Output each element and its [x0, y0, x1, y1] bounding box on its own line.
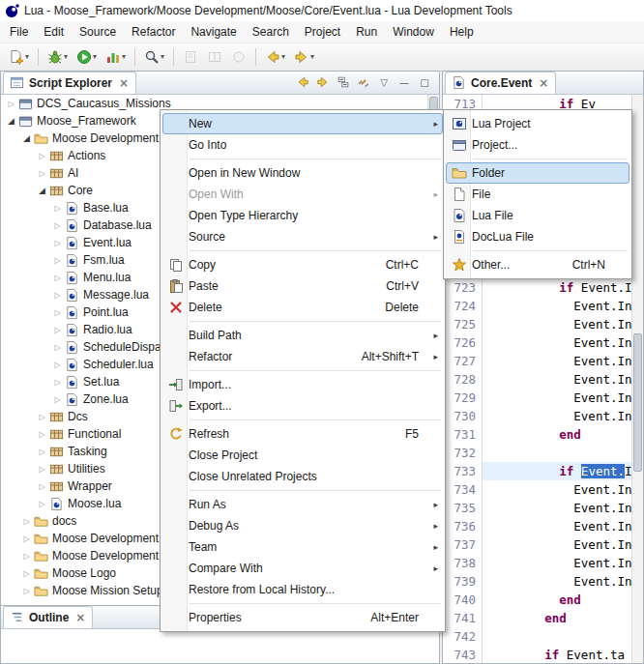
expand-arrow-icon[interactable]: ▷ — [20, 517, 33, 526]
context-menu-item-build-path[interactable]: Build Path▸ — [162, 325, 443, 346]
editor-scrollbar[interactable] — [631, 95, 643, 663]
code-line[interactable]: 735 Event.IniDCSGroup = Event.IniDCSUnit… — [443, 499, 632, 517]
menu-edit[interactable]: Edit — [36, 22, 72, 42]
menu-refactor[interactable]: Refactor — [124, 22, 183, 42]
context-menu-item-new[interactable]: New▸ — [162, 113, 443, 134]
context-menu-item-import[interactable]: Import... — [162, 374, 443, 395]
expand-arrow-icon[interactable]: ▷ — [36, 413, 48, 421]
expand-arrow-icon[interactable]: ▷ — [5, 100, 17, 108]
menu-file[interactable]: File — [2, 22, 36, 42]
context-menu-item-run-as[interactable]: Run As▸ — [162, 494, 443, 515]
menu-run[interactable]: Run — [348, 22, 385, 42]
expand-arrow-icon[interactable]: ▷ — [36, 447, 48, 456]
context-menu-item-copy[interactable]: CopyCtrl+C — [162, 254, 443, 275]
context-menu-item-compare-with[interactable]: Compare With▸ — [162, 558, 443, 579]
expand-arrow-icon[interactable]: ▷ — [51, 256, 64, 265]
expand-arrow-icon[interactable]: ▷ — [51, 308, 64, 317]
close-icon[interactable]: × — [119, 76, 129, 90]
context-menu-item-close-unrelated-projects[interactable]: Close Unrelated Projects — [162, 466, 443, 487]
context-menu-item-export[interactable]: Export... — [162, 395, 443, 417]
expand-arrow-icon[interactable]: ▷ — [51, 239, 64, 247]
new-submenu-item-project[interactable]: Project... — [446, 134, 629, 156]
new-submenu-item-file[interactable]: File — [446, 184, 629, 205]
context-menu-item-debug-as[interactable]: Debug As▸ — [162, 515, 443, 536]
close-icon[interactable]: × — [539, 76, 548, 90]
menu-source[interactable]: Source — [72, 22, 124, 42]
link-with-editor-icon[interactable] — [355, 73, 372, 91]
tab-script-explorer[interactable]: Script Explorer × — [3, 72, 136, 94]
menu-search[interactable]: Search — [245, 22, 297, 42]
context-menu-item-restore-from-local-history[interactable]: Restore from Local History... — [162, 579, 443, 600]
context-menu-item-source[interactable]: Source▸ — [162, 226, 443, 247]
dropdown-caret-icon[interactable]: ▾ — [93, 53, 97, 61]
forward-button[interactable]: ▾ — [290, 45, 318, 69]
view-menu-icon[interactable]: ▽ — [375, 73, 393, 91]
collapse-arrow-icon[interactable]: ◢ — [36, 186, 48, 195]
code-line[interactable]: 743 if Event.ta — [443, 646, 632, 663]
context-menu-item-delete[interactable]: DeleteDelete — [162, 297, 443, 318]
menu-project[interactable]: Project — [297, 22, 348, 42]
context-menu-item-team[interactable]: Team▸ — [162, 536, 443, 558]
expand-arrow-icon[interactable]: ▷ — [51, 326, 64, 334]
context-menu-item-refresh[interactable]: RefreshF5 — [162, 423, 443, 445]
context-menu-item-open-type-hierarchy[interactable]: Open Type Hierarchy — [162, 205, 443, 226]
expand-arrow-icon[interactable]: ▷ — [51, 378, 64, 387]
expand-arrow-icon[interactable]: ▷ — [51, 274, 64, 282]
expand-arrow-icon[interactable]: ▷ — [20, 587, 33, 595]
back-button[interactable]: ▾ — [261, 45, 289, 69]
context-menu-item-properties[interactable]: PropertiesAlt+Enter — [162, 607, 443, 628]
menu-window[interactable]: Window — [385, 22, 442, 42]
code-line[interactable]: 731 end — [443, 425, 632, 444]
code-line[interactable]: 737 Event.IniUnitName = Event.IniDCSUnit… — [443, 535, 632, 554]
expand-arrow-icon[interactable]: ▷ — [51, 361, 64, 369]
expand-arrow-icon[interactable]: ▷ — [36, 500, 48, 508]
code-line[interactable]: 739 Event.IniDCSGroupName = "" — [443, 572, 632, 591]
search-button[interactable]: ▾ — [140, 45, 168, 69]
context-menu-item-open-in-new-window[interactable]: Open in New Window — [162, 162, 443, 184]
code-line[interactable]: 733 if Event.IniDCSGroup then — [443, 462, 632, 480]
code-line[interactable]: 736 Event.IniDCSUnitName = Event.IniDCSU… — [443, 517, 632, 535]
dropdown-caret-icon[interactable]: ▾ — [25, 53, 29, 61]
code-line[interactable]: 727 Event.IniUnitName = Event.IniDCSUnit… — [443, 352, 632, 370]
dropdown-caret-icon[interactable]: ▾ — [161, 53, 164, 61]
close-icon[interactable]: × — [75, 611, 85, 624]
dropdown-caret-icon[interactable]: ▾ — [122, 53, 126, 61]
code-line[interactable]: 724 Event.IniDCSUnit = Event.initiator — [443, 297, 632, 315]
collapse-arrow-icon[interactable]: ◢ — [5, 116, 17, 126]
code-line[interactable]: 730 Event.IniDCSGroupName = Event.IniDCS… — [443, 407, 632, 425]
code-line[interactable]: 728 Event.IniUnit = UNIT:FindByName( Eve… — [443, 370, 632, 389]
editor-scrollbar-thumb[interactable] — [633, 333, 642, 472]
code-line[interactable]: 723 if Event.IniDCSUnit then — [443, 278, 632, 297]
new-submenu-item-lua-project[interactable]: Lua Project — [446, 113, 629, 134]
dropdown-caret-icon[interactable]: ▾ — [64, 53, 68, 61]
tab-core-event[interactable]: Core.Event × — [445, 72, 556, 94]
expand-arrow-icon[interactable]: ▷ — [36, 152, 48, 160]
menu-navigate[interactable]: Navigate — [183, 22, 244, 42]
maximize-icon[interactable]: □ — [416, 73, 433, 91]
code-line[interactable]: 732 — [443, 444, 632, 462]
expand-arrow-icon[interactable]: ▷ — [36, 465, 48, 474]
expand-arrow-icon[interactable]: ▷ — [36, 430, 48, 439]
expand-arrow-icon[interactable]: ▷ — [36, 169, 48, 178]
expand-arrow-icon[interactable]: ▷ — [51, 221, 64, 230]
expand-arrow-icon[interactable]: ▷ — [51, 204, 64, 213]
code-line[interactable]: 742 — [443, 627, 632, 646]
menu-help[interactable]: Help — [442, 22, 482, 42]
forward-icon[interactable] — [314, 73, 332, 91]
expand-arrow-icon[interactable]: ▷ — [51, 395, 64, 404]
minimize-icon[interactable]: — — [395, 73, 413, 91]
expand-arrow-icon[interactable]: ▷ — [20, 552, 33, 561]
expand-arrow-icon[interactable]: ▷ — [51, 291, 64, 300]
run-button[interactable]: ▾ — [73, 45, 101, 69]
new-wizard-button[interactable]: ▾ — [5, 45, 33, 69]
coverage-button[interactable]: ▾ — [102, 45, 130, 69]
new-submenu-item-folder[interactable]: Folder — [446, 162, 629, 184]
code-line[interactable]: 734 Event.IniDCSUnit = Event.initiator — [443, 480, 632, 499]
collapse-arrow-icon[interactable]: ◢ — [20, 133, 33, 143]
code-line[interactable]: 726 Event.IniDCSUnitName = Event.IniDCSU… — [443, 333, 632, 352]
new-submenu-item-lua-file[interactable]: Lua File — [446, 205, 629, 226]
code-line[interactable]: 729 Event.IniDCSGroupName = "" — [443, 389, 632, 407]
expand-arrow-icon[interactable]: ▷ — [51, 343, 64, 352]
expand-arrow-icon[interactable]: ▷ — [20, 569, 33, 578]
context-menu-item-close-project[interactable]: Close Project — [162, 445, 443, 466]
